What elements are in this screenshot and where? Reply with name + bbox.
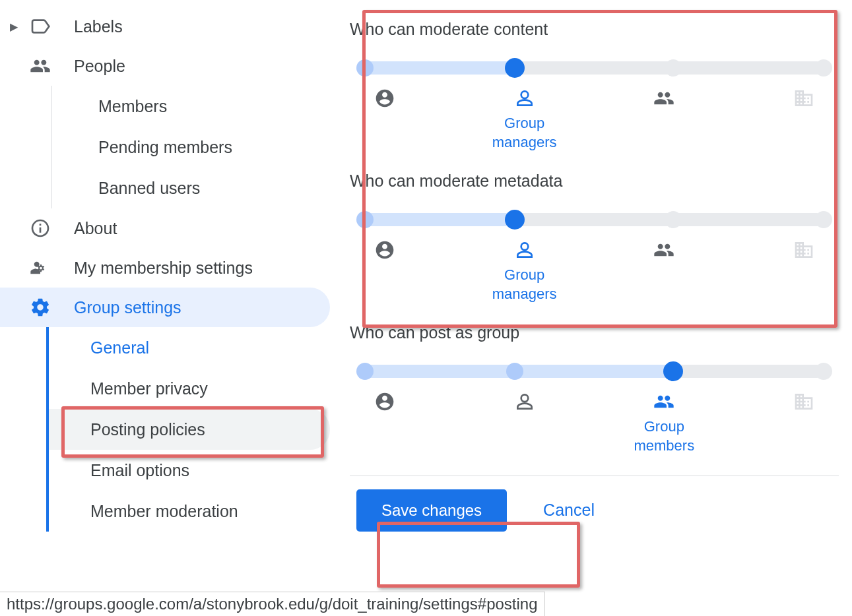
sidebar-item-group-settings[interactable]: Group settings <box>0 288 330 327</box>
info-icon <box>30 218 51 239</box>
slider-opt-label: Group managers <box>488 114 561 152</box>
slider-opt-members: Group members <box>628 391 700 455</box>
slider-stop-members[interactable] <box>663 361 683 381</box>
setting-title: Who can post as group <box>350 323 839 342</box>
slider-stop-owners[interactable] <box>356 211 374 228</box>
sidebar-label: General <box>90 338 149 357</box>
sidebar-item-pending[interactable]: Pending members <box>52 127 330 168</box>
slider-opt-label: Group members <box>628 417 700 455</box>
sidebar-item-general[interactable]: General <box>49 327 330 368</box>
save-button[interactable]: Save changes <box>356 489 507 532</box>
slider-opt-members <box>628 239 700 303</box>
sidebar-item-email[interactable]: Email options <box>49 450 330 491</box>
setting-moderate-content: Who can moderate content Group managers <box>350 20 839 152</box>
slider-stop-org[interactable] <box>815 211 832 228</box>
sidebar-item-banned[interactable]: Banned users <box>52 168 330 208</box>
setting-title: Who can moderate content <box>350 20 839 39</box>
sidebar-item-people[interactable]: People <box>0 46 330 86</box>
group-settings-submenu: General Member privacy Posting policies … <box>46 327 330 532</box>
sidebar-label: Email options <box>90 461 189 480</box>
slider-stop-managers[interactable] <box>505 58 525 78</box>
slider-stop-org[interactable] <box>815 363 832 380</box>
slider-stop-owners[interactable] <box>356 59 374 77</box>
sidebar-label: People <box>74 57 125 76</box>
cancel-button[interactable]: Cancel <box>543 501 595 520</box>
sidebar-label: Group settings <box>74 298 181 317</box>
slider-opt-org <box>768 391 840 455</box>
setting-title: Who can moderate metadata <box>350 171 839 191</box>
slider-opt-label: Group managers <box>488 266 561 303</box>
slider-stop-members[interactable] <box>665 59 682 77</box>
sidebar-item-moderation[interactable]: Member moderation <box>49 491 330 532</box>
sidebar-label: Pending members <box>98 138 232 157</box>
slider-opt-org <box>768 239 840 303</box>
slider-opt-members <box>628 88 700 152</box>
sidebar-label: Member privacy <box>90 379 208 398</box>
sidebar-label: My membership settings <box>74 259 253 278</box>
slider-opt-owners <box>348 391 421 455</box>
people-submenu: Members Pending members Banned users <box>51 86 330 208</box>
person-settings-icon <box>30 257 51 278</box>
action-buttons: Save changes Cancel <box>350 489 839 532</box>
slider-opt-managers <box>488 391 561 455</box>
sidebar-label: About <box>74 219 117 238</box>
status-bar-url: https://groups.google.com/a/stonybrook.e… <box>0 592 545 616</box>
slider-stop-managers[interactable] <box>505 210 525 230</box>
slider-opt-owners <box>348 88 421 152</box>
sidebar-item-posting[interactable]: Posting policies <box>49 409 330 450</box>
gear-icon <box>30 297 51 318</box>
sidebar: ▶ Labels People Members Pending members … <box>0 0 330 616</box>
divider <box>350 476 839 476</box>
main-content: Who can moderate content Group managers <box>330 0 852 616</box>
sidebar-item-about[interactable]: About <box>0 208 330 248</box>
permission-slider[interactable] <box>356 207 832 230</box>
label-icon <box>30 16 51 37</box>
people-icon <box>30 55 51 77</box>
sidebar-label: Banned users <box>98 179 200 198</box>
slider-stop-org[interactable] <box>815 59 832 77</box>
slider-opt-managers: Group managers <box>488 239 561 303</box>
slider-opt-managers: Group managers <box>488 88 561 152</box>
slider-opt-org <box>768 88 840 152</box>
sidebar-item-membership[interactable]: My membership settings <box>0 248 330 288</box>
sidebar-item-members[interactable]: Members <box>52 86 330 127</box>
permission-slider[interactable] <box>356 55 832 78</box>
expand-arrow-icon: ▶ <box>10 20 19 33</box>
permission-slider[interactable] <box>356 359 832 381</box>
sidebar-label: Labels <box>74 17 123 36</box>
slider-opt-owners <box>348 239 421 303</box>
slider-stop-members[interactable] <box>665 211 682 228</box>
sidebar-item-privacy[interactable]: Member privacy <box>49 368 330 409</box>
sidebar-item-labels[interactable]: ▶ Labels <box>0 7 330 46</box>
setting-post-as-group: Who can post as group Group members <box>350 323 839 455</box>
setting-moderate-metadata: Who can moderate metadata Group managers <box>350 171 839 303</box>
sidebar-label: Members <box>98 97 167 116</box>
sidebar-label: Posting policies <box>90 420 205 439</box>
sidebar-label: Member moderation <box>90 502 238 521</box>
slider-stop-owners[interactable] <box>356 363 374 380</box>
slider-stop-managers[interactable] <box>506 363 523 380</box>
